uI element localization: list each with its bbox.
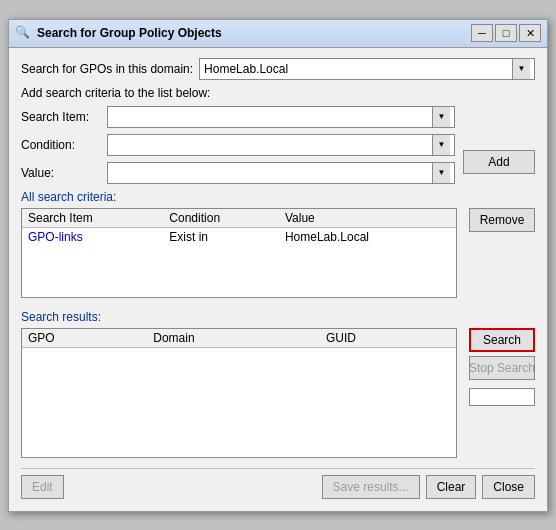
condition-combo[interactable]: ▼ xyxy=(107,134,455,156)
results-table: GPO Domain GUID xyxy=(22,329,456,348)
close-button[interactable]: ✕ xyxy=(519,24,541,42)
criteria-value: HomeLab.Local xyxy=(279,227,456,246)
window-title: Search for Group Policy Objects xyxy=(37,26,471,40)
results-table-wrapper: GPO Domain GUID xyxy=(21,328,457,458)
dialog-content: Search for GPOs in this domain: HomeLab.… xyxy=(9,48,547,511)
remove-button[interactable]: Remove xyxy=(469,208,535,232)
domain-label: Search for GPOs in this domain: xyxy=(21,62,193,76)
results-area: GPO Domain GUID Search Stop Search xyxy=(21,328,535,458)
search-button[interactable]: Search xyxy=(469,328,535,352)
criteria-condition: Exist in xyxy=(163,227,279,246)
condition-row: Condition: ▼ xyxy=(21,134,455,156)
all-criteria-label: All search criteria: xyxy=(21,190,116,204)
maximize-button[interactable]: □ xyxy=(495,24,517,42)
main-window: 🔍 Search for Group Policy Objects ─ □ ✕ … xyxy=(8,19,548,512)
edit-button[interactable]: Edit xyxy=(21,475,64,499)
clear-button[interactable]: Clear xyxy=(426,475,477,499)
window-controls: ─ □ ✕ xyxy=(471,24,541,42)
results-right-buttons: Search Stop Search xyxy=(463,328,535,406)
criteria-right-area: Remove xyxy=(463,208,535,232)
col-gpo: GPO xyxy=(22,329,147,348)
domain-combo-arrow: ▼ xyxy=(512,59,530,79)
value-combo[interactable]: ▼ xyxy=(107,162,455,184)
footer-row: Edit Save results... Clear Close xyxy=(21,468,535,501)
stop-search-button[interactable]: Stop Search xyxy=(469,356,535,380)
value-label: Value: xyxy=(21,166,101,180)
criteria-row[interactable]: GPO-links Exist in HomeLab.Local xyxy=(22,227,456,246)
criteria-table-wrapper: Search Item Condition Value GPO-links Ex… xyxy=(21,208,457,298)
criteria-table: Search Item Condition Value GPO-links Ex… xyxy=(22,209,456,246)
title-bar: 🔍 Search for Group Policy Objects ─ □ ✕ xyxy=(9,20,547,48)
search-item-row: Search Item: ▼ xyxy=(21,106,455,128)
close-button-footer[interactable]: Close xyxy=(482,475,535,499)
criteria-search-item: GPO-links xyxy=(22,227,163,246)
window-icon: 🔍 xyxy=(15,25,31,41)
col-domain: Domain xyxy=(147,329,320,348)
condition-label: Condition: xyxy=(21,138,101,152)
value-arrow: ▼ xyxy=(432,163,450,183)
criteria-form-left: Search Item: ▼ Condition: ▼ xyxy=(21,106,455,184)
search-item-combo[interactable]: ▼ xyxy=(107,106,455,128)
col-condition: Condition xyxy=(163,209,279,228)
results-section: Search results: GPO Domain GUID xyxy=(21,310,535,458)
search-criteria-section: Add search criteria to the list below: S… xyxy=(21,86,535,298)
value-row: Value: ▼ xyxy=(21,162,455,184)
progress-bar xyxy=(469,388,535,406)
add-button[interactable]: Add xyxy=(463,150,535,174)
minimize-button[interactable]: ─ xyxy=(471,24,493,42)
criteria-form-area: Search Item: ▼ Condition: ▼ xyxy=(21,106,535,184)
condition-arrow: ▼ xyxy=(432,135,450,155)
results-label: Search results: xyxy=(21,310,101,324)
domain-combo[interactable]: HomeLab.Local ▼ xyxy=(199,58,535,80)
col-value: Value xyxy=(279,209,456,228)
search-item-arrow: ▼ xyxy=(432,107,450,127)
col-guid: GUID xyxy=(320,329,456,348)
domain-row: Search for GPOs in this domain: HomeLab.… xyxy=(21,58,535,80)
domain-value: HomeLab.Local xyxy=(204,62,512,76)
save-results-button[interactable]: Save results... xyxy=(322,475,420,499)
search-item-label: Search Item: xyxy=(21,110,101,124)
criteria-right-buttons: Add xyxy=(463,106,535,184)
col-search-item: Search Item xyxy=(22,209,163,228)
criteria-table-area: Search Item Condition Value GPO-links Ex… xyxy=(21,208,535,298)
add-criteria-label: Add search criteria to the list below: xyxy=(21,86,535,100)
